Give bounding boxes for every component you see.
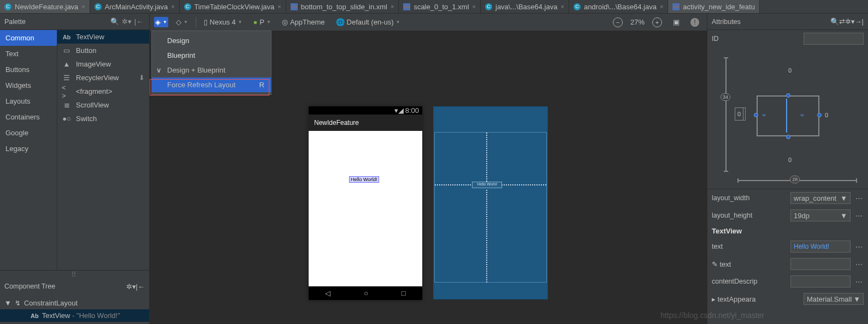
palette-cat-common[interactable]: Common: [0, 30, 57, 46]
close-icon[interactable]: ×: [473, 3, 476, 10]
inner-value[interactable]: [735, 107, 746, 121]
zoom-out-button[interactable]: −: [610, 16, 626, 29]
locale-select[interactable]: 🌐Default (en-us)▼: [333, 16, 404, 28]
menu-item-design-blueprint[interactable]: ∨Design + Blueprint: [152, 63, 271, 77]
search-icon[interactable]: 🔍: [830, 17, 839, 26]
tree-node-child[interactable]: AbTextView - "Hello World!": [0, 309, 149, 322]
tab[interactable]: </>bottom_to_top_slide_in.xml×: [286, 0, 399, 13]
api-select[interactable]: ●P▼: [250, 16, 274, 28]
more-icon[interactable]: ⋯: [854, 243, 864, 251]
collapse-icon[interactable]: |←: [136, 283, 145, 291]
palette-cat-layouts[interactable]: Layouts: [0, 93, 57, 109]
dock-icon[interactable]: ⇄: [839, 17, 845, 26]
more-icon[interactable]: ⋯: [854, 260, 864, 268]
text2-input[interactable]: [790, 258, 851, 270]
palette-item[interactable]: ●○Switch: [57, 112, 149, 125]
anchor-bottom[interactable]: [786, 135, 790, 139]
gear-icon[interactable]: ✲▾: [121, 17, 133, 26]
tab[interactable]: CArcMainActivity.java×: [90, 0, 180, 13]
margin-top[interactable]: 0: [788, 67, 792, 74]
palette-item[interactable]: ▲ImageView: [57, 57, 149, 71]
android-icon: ●: [253, 18, 257, 26]
download-icon[interactable]: ⬇: [139, 74, 145, 82]
palette-cat-buttons[interactable]: Buttons: [0, 62, 57, 77]
anchor-left[interactable]: [754, 113, 758, 117]
surface-menu-button[interactable]: ◈▼: [154, 17, 168, 27]
attr-id-row: ID: [707, 30, 868, 47]
chevron-down-icon: ▼: [853, 295, 860, 303]
layout-height-select[interactable]: 19dp▼: [790, 209, 851, 221]
anchor-top[interactable]: [786, 93, 790, 98]
expand-icon[interactable]: ▼: [4, 299, 11, 307]
anchor-right[interactable]: [817, 113, 822, 117]
device-select[interactable]: ▯Nexus 4▼: [200, 16, 246, 28]
palette-item[interactable]: ☰RecyclerView⬇: [57, 71, 149, 85]
chevron-down-icon[interactable]: [743, 108, 745, 120]
menu-item-design[interactable]: Design: [152, 33, 271, 48]
palette-cat-widgets[interactable]: Widgets: [0, 77, 57, 93]
design-toolbar: ◈▼ ◇▼ ▯Nexus 4▼ ●P▼ ◎AppTheme 🌐Default (…: [150, 14, 707, 31]
search-icon[interactable]: 🔍: [109, 17, 121, 26]
vertical-slider[interactable]: [725, 57, 727, 172]
margin-bottom[interactable]: 0: [788, 157, 792, 163]
horizontal-bias-slider[interactable]: 28: [737, 180, 857, 181]
close-icon[interactable]: ×: [171, 3, 174, 10]
gear-icon[interactable]: ✲▾: [845, 17, 855, 26]
attr-section: TextView: [707, 224, 868, 238]
palette-item[interactable]: AbTextView: [57, 30, 149, 44]
warning-button[interactable]: !: [687, 16, 702, 28]
menu-item-blueprint[interactable]: Blueprint: [152, 48, 271, 63]
collapse-icon[interactable]: →|: [855, 17, 864, 26]
attr-label: contentDescrip: [712, 278, 787, 285]
tree-node-root[interactable]: ▼↯ConstraintLayout: [0, 297, 149, 309]
orientation-button[interactable]: ◇▼: [173, 16, 191, 28]
tab[interactable]: CNewIdeFeature.java×: [0, 0, 90, 13]
gear-icon[interactable]: ✲▾: [126, 283, 136, 291]
close-icon[interactable]: ×: [391, 3, 394, 10]
palette-cat-containers[interactable]: Containers: [0, 109, 57, 125]
close-icon[interactable]: ×: [560, 3, 564, 10]
palette-item[interactable]: ≣ScrollView: [57, 98, 149, 112]
surface-dropdown: Design Blueprint ∨Design + Blueprint For…: [151, 31, 271, 95]
close-icon[interactable]: ×: [660, 3, 663, 10]
zoom-fit-button[interactable]: ▣: [670, 16, 683, 28]
tab[interactable]: Candroid\...\Base64.java×: [569, 0, 668, 13]
textview-preview[interactable]: Hello World!: [349, 176, 379, 183]
blueprint-preview[interactable]: Hello World: [433, 106, 548, 299]
design-preview[interactable]: ▾◢8:00 NewIdeFeature Hello World! ◁○□: [309, 106, 422, 300]
palette-cat-text[interactable]: Text: [0, 46, 57, 62]
zoom-in-button[interactable]: +: [649, 16, 665, 29]
more-icon[interactable]: ⋯: [854, 278, 864, 286]
palette-cat-legacy[interactable]: Legacy: [0, 141, 57, 157]
drag-handle-icon[interactable]: ⠿: [0, 271, 149, 278]
palette-item[interactable]: < ><fragment>: [57, 85, 149, 98]
text-appearance-select[interactable]: Material.Small▼: [804, 293, 864, 305]
textview-icon: Ab: [62, 33, 72, 41]
attr-label: layout_width: [712, 194, 787, 202]
vertical-bias-badge[interactable]: 34: [721, 93, 730, 101]
blueprint-textview[interactable]: Hello World: [472, 182, 502, 188]
constraint-widget[interactable]: 34 0 0 0 ››› ‹‹‹ 28: [707, 47, 868, 189]
theme-select[interactable]: ◎AppTheme: [279, 16, 328, 28]
fragment-icon: < >: [62, 87, 72, 95]
close-icon[interactable]: ×: [81, 3, 85, 10]
more-icon[interactable]: ⋯: [854, 212, 864, 220]
more-icon[interactable]: ⋯: [854, 194, 864, 202]
palette-item[interactable]: ▭Button: [57, 44, 149, 57]
margin-right[interactable]: 0: [825, 112, 828, 118]
preview-body[interactable]: Hello World!: [309, 131, 422, 286]
tab[interactable]: Cjava\...\Base64.java×: [481, 0, 569, 13]
tab[interactable]: </>scale_0_to_1.xml×: [399, 0, 481, 13]
text-input[interactable]: Hello World!: [790, 241, 851, 253]
menu-item-force-refresh[interactable]: Force Refresh LayoutR: [152, 77, 271, 92]
close-icon[interactable]: ×: [277, 3, 281, 10]
bias-knob[interactable]: 28: [790, 176, 800, 183]
palette-cat-google[interactable]: Google: [0, 125, 57, 141]
constraint-icon: ↯: [15, 299, 21, 307]
collapse-icon[interactable]: |←: [133, 17, 145, 26]
id-input[interactable]: [804, 33, 864, 45]
content-description-input[interactable]: [790, 275, 851, 287]
tab[interactable]: CTimeTableClockView.java×: [180, 0, 286, 13]
tab[interactable]: </>activity_new_ide_featu: [668, 0, 760, 13]
layout-width-select[interactable]: wrap_content▼: [790, 192, 851, 204]
